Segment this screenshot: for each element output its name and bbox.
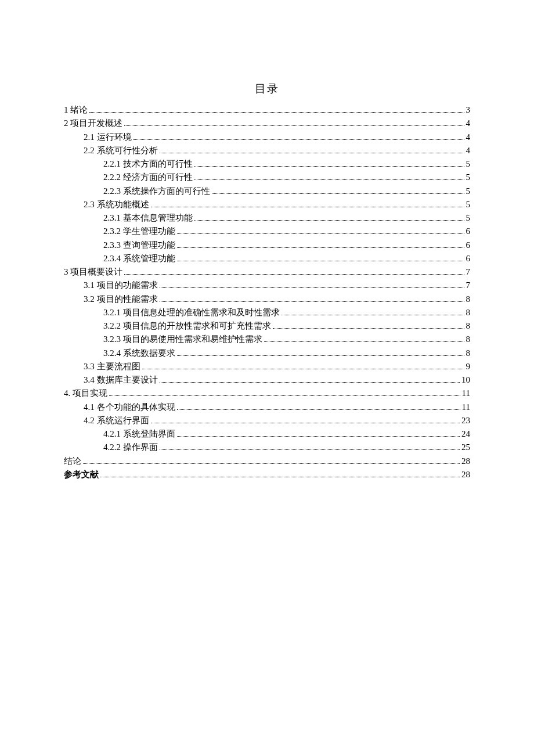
toc-entry-page: 6 xyxy=(466,239,471,252)
toc-entry-page: 8 xyxy=(466,293,471,306)
toc-leader-dots xyxy=(151,200,464,207)
toc-entry-label: 4. 项目实现 xyxy=(64,387,107,400)
toc-entry-label: 3.2.4 系统数据要求 xyxy=(103,347,175,360)
toc-leader-dots xyxy=(160,281,464,288)
toc-entry-label: 3.3 主要流程图 xyxy=(84,360,140,373)
toc-entry-page: 8 xyxy=(466,333,471,346)
toc-entry: 4.1 各个功能的具体实现11 xyxy=(64,401,470,414)
toc-entry-page: 25 xyxy=(461,441,470,454)
toc-entry-page: 8 xyxy=(466,319,471,333)
toc-title: 目录 xyxy=(64,81,470,96)
toc-entry-label: 参考文献 xyxy=(64,468,99,481)
toc-leader-dots xyxy=(89,106,464,113)
toc-entry: 4.2 系统运行界面23 xyxy=(64,414,470,427)
toc-entry-page: 7 xyxy=(466,279,471,292)
toc-entry: 2.2.1 技术方面的可行性5 xyxy=(64,157,470,171)
toc-entry-page: 4 xyxy=(466,131,471,144)
toc-entry: 3.2.1 项目信息处理的准确性需求和及时性需求8 xyxy=(64,306,470,319)
toc-entry: 2.2.3 系统操作方面的可行性5 xyxy=(64,185,470,198)
toc-leader-dots xyxy=(177,349,464,356)
toc-entry-page: 5 xyxy=(466,171,471,184)
toc-entry-label: 2.2.3 系统操作方面的可行性 xyxy=(103,185,210,198)
toc-leader-dots xyxy=(177,254,464,261)
toc-entry-page: 3 xyxy=(466,103,471,117)
toc-entry-label: 3.2.3 项目的易使用性需求和易维护性需求 xyxy=(103,333,262,346)
toc-entry-label: 2.3.3 查询管理功能 xyxy=(103,239,175,252)
toc-leader-dots xyxy=(83,457,460,464)
toc-leader-dots xyxy=(194,214,464,221)
toc-entry: 4.2.1 系统登陆界面24 xyxy=(64,427,470,441)
toc-leader-dots xyxy=(100,470,460,477)
toc-entry: 1 绪论3 xyxy=(64,103,470,117)
toc-entry: 3.4 数据库主要设计10 xyxy=(64,373,470,387)
toc-entry: 2.3.4 系统管理功能6 xyxy=(64,252,470,265)
toc-entry-page: 5 xyxy=(466,211,471,225)
toc-entry-page: 8 xyxy=(466,306,471,319)
toc-leader-dots xyxy=(177,241,464,248)
toc-entry: 2.3.3 查询管理功能6 xyxy=(64,239,470,252)
toc-entry-page: 5 xyxy=(466,185,471,198)
toc-leader-dots xyxy=(160,376,460,383)
toc-entry: 2.2.2 经济方面的可行性5 xyxy=(64,171,470,184)
toc-entry-label: 2.2 系统可行性分析 xyxy=(84,144,158,157)
toc-leader-dots xyxy=(124,268,464,275)
toc-leader-dots xyxy=(160,146,464,153)
toc-entry: 3.1 项目的功能需求7 xyxy=(64,279,470,292)
toc-entry: 3.2.4 系统数据要求8 xyxy=(64,347,470,360)
toc-leader-dots xyxy=(142,362,464,369)
toc-leader-dots xyxy=(273,322,464,329)
toc-entry: 2.3.1 基本信息管理功能5 xyxy=(64,211,470,225)
toc-entry: 2.3 系统功能概述5 xyxy=(64,198,470,211)
toc-entry-label: 4.2.1 系统登陆界面 xyxy=(103,427,175,441)
toc-entry-label: 4.1 各个功能的具体实现 xyxy=(84,401,175,414)
toc-entry-page: 6 xyxy=(466,252,471,265)
toc-entry-page: 7 xyxy=(466,265,471,279)
toc-entry: 3.2 项目的性能需求8 xyxy=(64,293,470,306)
toc-entry: 3.2.3 项目的易使用性需求和易维护性需求8 xyxy=(64,333,470,346)
toc-entry-label: 2.1 运行环境 xyxy=(84,131,132,144)
toc-leader-dots xyxy=(151,416,460,423)
toc-entry: 3.2.2 项目信息的开放性需求和可扩充性需求8 xyxy=(64,319,470,333)
toc-list: 1 绪论32 项目开发概述42.1 运行环境42.2 系统可行性分析42.2.1… xyxy=(64,103,470,481)
toc-leader-dots xyxy=(177,430,460,437)
toc-leader-dots xyxy=(160,443,460,450)
toc-leader-dots xyxy=(124,119,464,126)
toc-entry: 3.3 主要流程图9 xyxy=(64,360,470,373)
toc-entry: 2.2 系统可行性分析4 xyxy=(64,144,470,157)
toc-entry-page: 5 xyxy=(466,157,471,171)
toc-entry-page: 28 xyxy=(461,468,470,481)
toc-leader-dots xyxy=(212,187,464,194)
toc-entry-page: 6 xyxy=(466,225,471,238)
toc-entry-page: 8 xyxy=(466,347,471,360)
toc-entry: 2 项目开发概述4 xyxy=(64,117,470,130)
toc-entry-page: 4 xyxy=(466,117,471,130)
toc-entry-label: 3.2.1 项目信息处理的准确性需求和及时性需求 xyxy=(103,306,280,319)
toc-leader-dots xyxy=(194,160,464,167)
toc-entry-page: 5 xyxy=(466,198,471,211)
toc-entry: 参考文献28 xyxy=(64,468,470,481)
toc-entry-page: 10 xyxy=(461,373,470,387)
toc-entry-page: 9 xyxy=(466,360,471,373)
toc-entry-label: 结论 xyxy=(64,455,81,468)
toc-entry-page: 28 xyxy=(461,455,470,468)
toc-leader-dots xyxy=(264,335,464,342)
toc-entry: 2.1 运行环境4 xyxy=(64,131,470,144)
toc-entry-label: 3.2.2 项目信息的开放性需求和可扩充性需求 xyxy=(103,319,271,333)
toc-leader-dots xyxy=(194,173,464,180)
toc-leader-dots xyxy=(134,133,464,140)
toc-entry-label: 4.2.2 操作界面 xyxy=(103,441,158,454)
toc-entry: 2.3.2 学生管理功能6 xyxy=(64,225,470,238)
toc-entry-label: 1 绪论 xyxy=(64,103,88,117)
toc-entry-page: 11 xyxy=(462,387,470,400)
toc-entry-label: 3 项目概要设计 xyxy=(64,265,122,279)
toc-entry-label: 4.2 系统运行界面 xyxy=(84,414,149,427)
toc-entry-label: 2.3.1 基本信息管理功能 xyxy=(103,211,193,225)
toc-entry-page: 24 xyxy=(461,427,470,441)
toc-entry-label: 2.3 系统功能概述 xyxy=(84,198,149,211)
toc-leader-dots xyxy=(160,295,464,302)
toc-entry-label: 2.3.4 系统管理功能 xyxy=(103,252,175,265)
toc-leader-dots xyxy=(177,227,464,234)
toc-entry-page: 4 xyxy=(466,144,471,157)
toc-entry: 3 项目概要设计7 xyxy=(64,265,470,279)
toc-entry-page: 11 xyxy=(462,401,470,414)
